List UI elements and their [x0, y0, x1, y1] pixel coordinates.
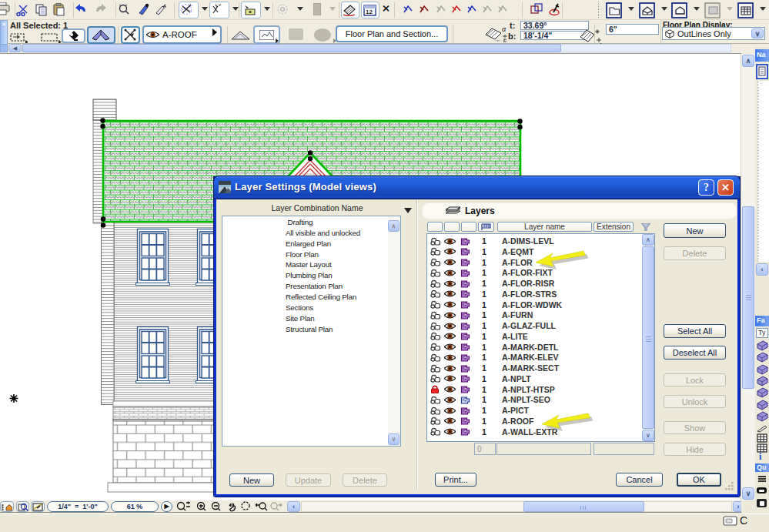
svg-text:α: α — [502, 25, 507, 33]
svg-text:12: 12 — [366, 8, 373, 15]
